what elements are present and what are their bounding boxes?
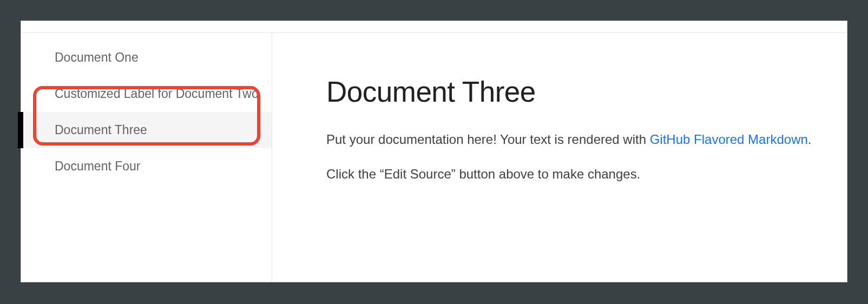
sidebar-item-document-one[interactable]: Document One	[21, 39, 272, 76]
page-title: Document Three	[326, 75, 814, 108]
app-window: Document One Customized Label for Docume…	[21, 21, 847, 282]
active-indicator	[18, 112, 23, 148]
sidebar-item-document-three[interactable]: Document Three	[21, 112, 272, 148]
sidebar-item-document-four[interactable]: Document Four	[21, 148, 272, 184]
sidebar-item-label: Document Four	[55, 159, 141, 173]
intro-paragraph: Put your documentation here! Your text i…	[326, 130, 814, 149]
intro-text-after: .	[808, 132, 812, 147]
sidebar-item-label: Document Three	[55, 123, 147, 137]
markdown-link[interactable]: GitHub Flavored Markdown	[650, 132, 808, 147]
top-bar	[21, 21, 847, 33]
content-area: Document One Customized Label for Docume…	[21, 33, 847, 282]
sidebar-item-label: Customized Label for Document Two	[55, 87, 259, 101]
sidebar-item-label: Document One	[55, 50, 139, 64]
sidebar-item-document-two[interactable]: Customized Label for Document Two	[21, 76, 272, 112]
edit-hint-paragraph: Click the “Edit Source” button above to …	[326, 164, 814, 184]
main-content: Document Three Put your documentation he…	[272, 33, 847, 282]
sidebar: Document One Customized Label for Docume…	[21, 33, 272, 282]
intro-text-before: Put your documentation here! Your text i…	[326, 132, 650, 147]
